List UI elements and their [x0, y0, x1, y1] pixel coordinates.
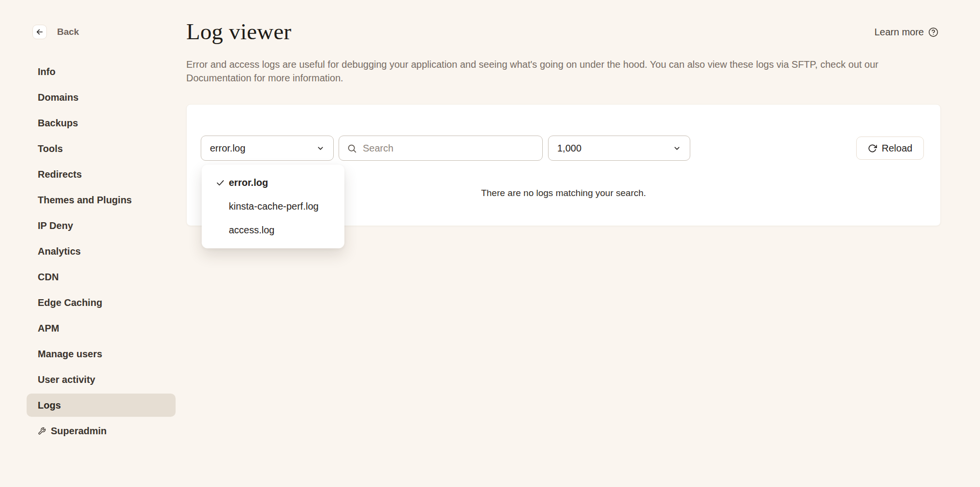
page-title: Log viewer: [186, 18, 291, 45]
log-search-input[interactable]: [363, 143, 535, 154]
line-limit-select-value: 1,000: [557, 143, 581, 154]
back-arrow-button[interactable]: [32, 25, 47, 39]
sidebar-item-ip-deny[interactable]: IP Deny: [27, 214, 176, 237]
menu-item-kinsta-cache-perf-log[interactable]: kinsta-cache-perf.log: [202, 195, 344, 218]
back-button[interactable]: Back: [32, 25, 79, 39]
sidebar-item-backups[interactable]: Backups: [27, 111, 176, 135]
reload-button[interactable]: Reload: [856, 137, 924, 160]
chevron-down-icon: [673, 144, 681, 152]
log-file-select-value: error.log: [210, 143, 245, 154]
help-circle-icon: [928, 27, 938, 37]
sidebar-item-domains[interactable]: Domains: [27, 86, 176, 109]
sidebar-item-redirects[interactable]: Redirects: [27, 163, 176, 186]
sidebar-item-apm[interactable]: APM: [27, 317, 176, 340]
page-description: Error and access logs are useful for deb…: [186, 58, 878, 85]
log-file-dropdown-menu: error.log kinsta-cache-perf.log access.l…: [202, 165, 344, 248]
sidebar-item-themes-and-plugins[interactable]: Themes and Plugins: [27, 188, 176, 212]
arrow-left-icon: [36, 28, 44, 36]
sidebar-item-analytics[interactable]: Analytics: [27, 240, 176, 263]
sidebar-item-manage-users[interactable]: Manage users: [27, 342, 176, 365]
sidebar: Info Domains Backups Tools Redirects The…: [27, 60, 176, 445]
sidebar-item-user-activity[interactable]: User activity: [27, 368, 176, 391]
back-label: Back: [57, 27, 79, 37]
line-limit-select[interactable]: 1,000: [548, 136, 690, 161]
sidebar-item-logs[interactable]: Logs: [27, 394, 176, 417]
search-icon: [347, 143, 357, 153]
log-controls: error.log 1,000 Reload: [201, 136, 924, 161]
log-search-box: [339, 136, 543, 161]
learn-more-link[interactable]: Learn more: [875, 27, 938, 38]
reload-label: Reload: [882, 143, 912, 154]
sidebar-item-edge-caching[interactable]: Edge Caching: [27, 291, 176, 314]
sidebar-item-info[interactable]: Info: [27, 60, 176, 83]
wrench-icon: [38, 427, 46, 435]
learn-more-label: Learn more: [875, 27, 924, 38]
sidebar-item-cdn[interactable]: CDN: [27, 265, 176, 289]
log-file-select[interactable]: error.log: [201, 136, 334, 161]
sidebar-item-tools[interactable]: Tools: [27, 137, 176, 160]
sidebar-item-superadmin[interactable]: Superadmin: [27, 419, 176, 442]
menu-item-access-log[interactable]: access.log: [202, 218, 344, 242]
check-icon: [216, 178, 225, 187]
menu-item-error-log[interactable]: error.log: [202, 171, 344, 195]
chevron-down-icon: [316, 144, 325, 152]
refresh-icon: [868, 144, 877, 153]
